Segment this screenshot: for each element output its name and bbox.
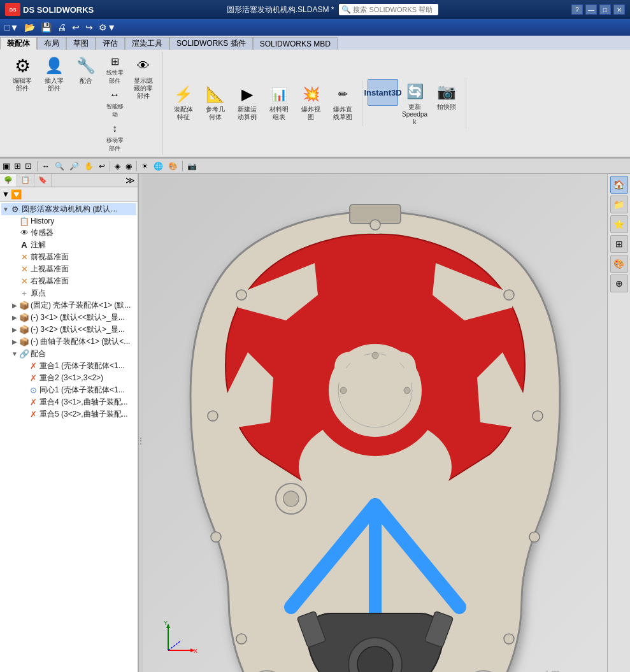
insert-part-button[interactable]: 👤 插入零部件 [39, 53, 69, 94]
tree-sensors[interactable]: 👁 传感器 [1, 227, 136, 239]
tree-coincident4[interactable]: ✗ 重合4 (3<1>,曲轴子装配... [1, 396, 136, 408]
tree-shell[interactable]: ▶ 📦 (固定) 壳体子装配体<1> (默... [1, 299, 136, 311]
panel-tab-props[interactable]: 📋 [17, 174, 34, 187]
coincident5-expand [19, 410, 28, 419]
ref-geometry-button[interactable]: 📐 参考几何体 [200, 82, 231, 122]
options-button[interactable]: ⚙▼ [97, 22, 118, 33]
help-button[interactable]: ? [571, 4, 583, 15]
coincident5-label: 重合5 (3<2>,曲轴子装配... [38, 409, 128, 420]
mates-expand[interactable]: ▼ [10, 350, 19, 359]
tab-sw-plugins[interactable]: SOLIDWORKS 插件 [169, 37, 253, 50]
tree-coincident1[interactable]: ✗ 重合1 (壳体子装配体<1... [1, 360, 136, 372]
explode-sketch-button[interactable]: ✏ 爆炸直线草图 [327, 82, 358, 122]
light-btn[interactable]: ☀ [140, 161, 150, 171]
section-view-btn[interactable]: ◈ [113, 161, 122, 171]
tree-origin[interactable]: + 原点 [1, 287, 136, 299]
panel-expand-btn[interactable]: ≫ [123, 174, 138, 187]
save-button[interactable]: 💾 [39, 22, 54, 33]
speedpak-button[interactable]: 🔄 更新Speedpak [399, 79, 430, 127]
svg-point-19 [504, 634, 514, 644]
table-button[interactable]: ⊞ [610, 235, 628, 253]
tree-coincident2[interactable]: ✗ 重合2 (3<1>,3<2>) [1, 372, 136, 384]
instant3d-button[interactable]: Instant3D [368, 79, 398, 106]
linear-component-button[interactable]: ⊞ 线性零部件 [103, 53, 127, 86]
pan-btn[interactable]: ✋ [82, 161, 96, 171]
show-hide-button[interactable]: 👁 显示隐藏的零部件 [128, 53, 159, 101]
explode-button[interactable]: 💥 爆炸视图 [296, 82, 326, 122]
tree-root[interactable]: ▼ ⚙ 圆形活塞发动机机构 (默认＜默... [1, 203, 136, 215]
maximize-button[interactable]: □ [599, 4, 611, 15]
tab-evaluate[interactable]: 评估 [96, 37, 125, 50]
tab-render[interactable]: 渲染工具 [125, 37, 169, 50]
3d-viewport[interactable]: X Y 小圆 工.程.师 [143, 174, 607, 672]
palette-button[interactable]: 🎨 [610, 255, 628, 273]
minimize-button[interactable]: — [585, 4, 597, 15]
svg-point-23 [372, 352, 378, 359]
new-button[interactable]: □▼ [3, 22, 20, 33]
edit-part-button[interactable]: ⚙ 编辑零部件 [7, 53, 38, 94]
tree-mates[interactable]: ▼ 🔗 配合 [1, 348, 136, 360]
search-input[interactable] [353, 6, 436, 13]
tree-front-plane[interactable]: ✕ 前视基准面 [1, 251, 136, 263]
tab-sketch[interactable]: 草图 [66, 37, 96, 50]
ribbon-group-features-items: ⚡ 装配体特征 📐 参考几何体 ▶ 新建运动算例 📊 材料明组表 💥 [168, 82, 358, 125]
file-name: 圆形活塞发动机机构.SLDASM * [227, 4, 334, 15]
left-panel: 🌳 📋 🔖 ≫ ▼ 🔽 ▼ ⚙ 圆形活塞发动机机构 (默认＜默... 📋 His… [0, 174, 139, 672]
camera-btn[interactable]: 📷 [185, 161, 199, 171]
assembly-feature-button[interactable]: ⚡ 装配体特征 [168, 82, 199, 122]
tab-assembly[interactable]: 装配体 [0, 37, 37, 50]
home-view-button[interactable]: 🏠 [610, 176, 628, 194]
ribbon-group-features: ⚡ 装配体特征 📐 参考几何体 ▶ 新建运动算例 📊 材料明组表 💥 [164, 80, 362, 126]
photo-button[interactable]: 📷 拍快照 [431, 79, 462, 112]
tree-crankshaft[interactable]: ▶ 📦 (-) 曲轴子装配体<1> (默认<... [1, 336, 136, 348]
mate-button[interactable]: 🔧 配合 [71, 53, 101, 86]
tree-part3-2[interactable]: ▶ 📦 (-) 3<2> (默认<<默认>_显... [1, 324, 136, 336]
scene-btn[interactable]: 🌐 [152, 161, 165, 171]
undo-button[interactable]: ↩ [70, 22, 82, 33]
rotate-btn[interactable]: ↩ [97, 161, 107, 171]
zoom-in-btn[interactable]: 🔍 [53, 161, 66, 171]
tree-coincident5[interactable]: ✗ 重合5 (3<2>,曲轴子装配... [1, 408, 136, 420]
fit-view-btn[interactable]: ↔ [40, 161, 52, 171]
bom-button[interactable]: 📊 材料明组表 [264, 82, 294, 122]
part3-2-expand[interactable]: ▶ [10, 325, 19, 334]
folder-button[interactable]: 📁 [610, 196, 628, 213]
tree-part3-1[interactable]: ▶ 📦 (-) 3<1> (默认<<默认>_显... [1, 311, 136, 324]
appearance-btn[interactable]: 🎨 [166, 161, 180, 171]
svg-point-14 [208, 411, 218, 421]
smart-move-button[interactable]: ↔ 智能移动 [103, 87, 127, 120]
origin-icon: + [19, 289, 29, 299]
panel-tab-features[interactable]: 🔖 [34, 174, 52, 187]
panel-tab-model[interactable]: 🌳 [0, 174, 17, 187]
tree-top-plane[interactable]: ✕ 上视基准面 [1, 263, 136, 275]
zoom-out-btn[interactable]: 🔎 [68, 161, 81, 171]
ref-geometry-icon: 📐 [204, 83, 227, 106]
display-style-btn[interactable]: ◉ [124, 161, 134, 171]
show-hide-icon: 👁 [132, 54, 155, 77]
tree-concentric1[interactable]: ⊙ 同心1 (壳体子装配体<1... [1, 384, 136, 396]
svg-text:Y: Y [164, 620, 168, 626]
shell-expand[interactable]: ▶ [10, 301, 19, 310]
root-expand-icon[interactable]: ▼ [1, 205, 10, 214]
history-label: History [29, 217, 54, 225]
tree-right-plane[interactable]: ✕ 右视基准面 [1, 275, 136, 287]
add-button[interactable]: ⊕ [610, 275, 628, 292]
bookmark-button[interactable]: ⭐ [610, 215, 628, 233]
open-button[interactable]: 📂 [22, 22, 37, 33]
right-plane-expand [10, 277, 19, 286]
crankshaft-expand[interactable]: ▶ [10, 338, 19, 347]
part3-1-expand[interactable]: ▶ [10, 313, 19, 322]
ribbon-content: ⚙ 编辑零部件 👤 插入零部件 🔧 配合 ⊞ 线性零部件 [0, 50, 630, 157]
root-icon: ⚙ [10, 204, 20, 215]
tab-layout[interactable]: 布局 [37, 37, 66, 50]
new-motion-button[interactable]: ▶ 新建运动算例 [232, 82, 262, 122]
redo-button[interactable]: ↪ [83, 22, 95, 33]
tree-annotations[interactable]: A 注解 [1, 239, 136, 251]
move-component-button[interactable]: ↕ 移动零部件 [103, 120, 127, 154]
tree-history[interactable]: 📋 History [1, 215, 136, 227]
search-box[interactable]: 🔍 [339, 4, 438, 15]
print-button[interactable]: 🖨 [55, 22, 68, 33]
ribbon-group-parts: ⚙ 编辑零部件 👤 插入零部件 🔧 配合 ⊞ 线性零部件 [3, 52, 163, 155]
tab-mbd[interactable]: SOLIDWORKS MBD [253, 37, 338, 50]
close-button[interactable]: ✕ [613, 4, 625, 15]
